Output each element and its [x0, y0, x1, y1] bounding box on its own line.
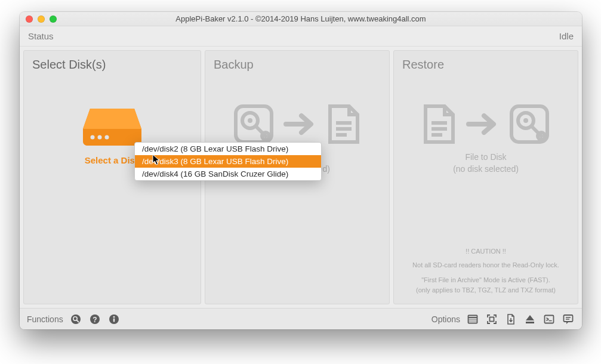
- info-icon[interactable]: [107, 313, 121, 326]
- functions-label: Functions: [27, 314, 63, 324]
- restore-caution: !! CAUTION !! Not all SD-card readers ho…: [405, 246, 566, 304]
- doc-action-icon[interactable]: [504, 313, 517, 326]
- fullscreen-icon[interactable]: [485, 313, 498, 326]
- pane-title-backup: Backup: [205, 51, 389, 74]
- zoom-icon[interactable]: [50, 16, 57, 23]
- minimize-icon[interactable]: [38, 16, 45, 23]
- restore-mode-label: File to Disk (no disk selected): [453, 152, 519, 175]
- pane-title-restore: Restore: [394, 51, 578, 74]
- status-label: Status: [28, 31, 54, 41]
- pane-title-select: Select Disk(s): [24, 51, 201, 74]
- options-label: Options: [432, 314, 460, 324]
- disk-option[interactable]: /dev/disk4 (16 GB SanDisk Cruzer Glide): [135, 168, 321, 180]
- disk-dropdown[interactable]: /dev/disk2 (8 GB Lexar USB Flash Drive) …: [134, 142, 322, 181]
- pane-restore: Restore: [393, 50, 578, 304]
- svg-rect-25: [113, 318, 115, 322]
- svg-point-3: [105, 135, 109, 140]
- svg-point-1: [91, 135, 95, 140]
- svg-point-6: [248, 118, 252, 123]
- help-icon[interactable]: ?: [88, 313, 101, 326]
- svg-point-2: [98, 135, 102, 140]
- footer-bar: Functions ? Options: [20, 308, 582, 329]
- svg-point-18: [71, 314, 81, 324]
- backup-graphic: [232, 103, 362, 146]
- svg-rect-30: [490, 317, 494, 321]
- arrow-right-icon: [283, 112, 317, 136]
- window-controls: [26, 16, 57, 23]
- disk-icon: [508, 103, 551, 146]
- status-value: Idle: [559, 31, 574, 41]
- file-icon: [325, 103, 362, 146]
- svg-point-16: [523, 118, 528, 123]
- svg-rect-31: [526, 322, 534, 323]
- svg-rect-32: [545, 315, 554, 323]
- file-icon: [421, 103, 458, 146]
- eject-icon[interactable]: [523, 313, 537, 326]
- status-bar: Status Idle: [20, 26, 582, 47]
- terminal-icon[interactable]: [543, 313, 556, 326]
- window-title: ApplePi-Baker v2.1.0 - ©2014-2019 Hans L…: [20, 14, 582, 23]
- window-icon[interactable]: [466, 313, 479, 326]
- disk-search-icon[interactable]: [69, 313, 82, 326]
- svg-text:?: ?: [93, 315, 97, 323]
- restore-graphic: [421, 103, 551, 146]
- disk-icon: [232, 103, 275, 146]
- disk-option[interactable]: /dev/disk2 (8 GB Lexar USB Flash Drive): [135, 143, 321, 155]
- feedback-icon[interactable]: [562, 313, 575, 326]
- app-window: ApplePi-Baker v2.1.0 - ©2014-2019 Hans L…: [20, 12, 582, 329]
- disk-option[interactable]: /dev/disk3 (8 GB Lexar USB Flash Drive): [135, 155, 321, 168]
- arrow-right-icon: [466, 112, 500, 136]
- titlebar: ApplePi-Baker v2.1.0 - ©2014-2019 Hans L…: [20, 12, 582, 26]
- close-icon[interactable]: [26, 16, 33, 23]
- svg-rect-34: [564, 315, 573, 322]
- svg-point-24: [113, 316, 115, 317]
